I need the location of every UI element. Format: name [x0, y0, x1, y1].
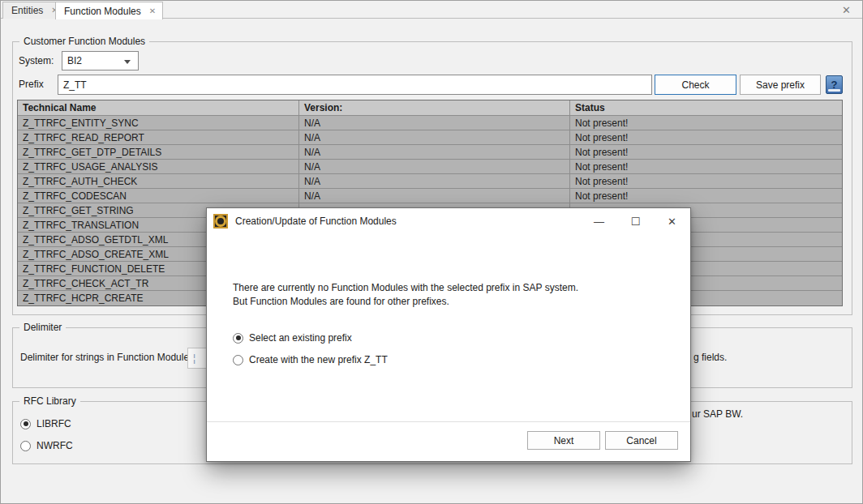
table-row[interactable]: Z_TTRFC_READ_REPORTN/ANot present!	[18, 130, 842, 145]
radio-nwrfc[interactable]: NWRFC	[20, 440, 73, 451]
system-label: System:	[19, 55, 54, 66]
cell-status: Not present!	[570, 130, 842, 144]
table-header-row: Technical Name Version: Status	[18, 100, 842, 116]
maximize-icon[interactable]: ☐	[617, 208, 654, 234]
rfc-hint-fragment: ur SAP BW.	[692, 408, 743, 420]
prefix-label: Prefix	[19, 79, 44, 90]
radio-unselected-icon	[20, 441, 31, 451]
radio-create-new-label: Create with the new prefix Z_TT	[249, 354, 388, 365]
dialog-message-line2: But Function Modules are found for other…	[233, 295, 671, 309]
cell-technical-name: Z_TTRFC_USAGE_ANALYSIS	[18, 160, 299, 173]
column-header-version[interactable]: Version:	[299, 100, 570, 115]
cell-version: N/A	[299, 189, 570, 203]
minimize-icon[interactable]: —	[581, 208, 617, 234]
close-icon[interactable]: ✕	[654, 208, 690, 234]
system-value: BI2	[67, 55, 82, 66]
cell-technical-name: Z_TTRFC_READ_REPORT	[18, 130, 299, 144]
delimiter-hint-fragment: g fields.	[693, 352, 727, 363]
customer-group-title: Customer Function Modules	[19, 36, 149, 47]
cell-version: N/A	[299, 160, 570, 173]
tab-entities-label: Entities	[11, 5, 43, 16]
cell-status: Not present!	[570, 174, 842, 188]
table-row[interactable]: Z_TTRFC_CODESCANN/ANot present!	[18, 189, 842, 203]
tab-function-modules[interactable]: Function Modules ✕	[55, 2, 163, 19]
cell-status: Not present!	[570, 189, 842, 203]
cell-status: Not present!	[570, 145, 842, 159]
radio-selected-icon	[20, 419, 31, 429]
cell-version: N/A	[299, 130, 570, 144]
help-button[interactable]: ?	[826, 75, 843, 94]
radio-select-existing-prefix[interactable]: Select an existing prefix	[233, 332, 352, 344]
radio-selected-icon	[233, 333, 243, 344]
delimiter-value: ¦	[193, 352, 195, 364]
cancel-button[interactable]: Cancel	[605, 431, 678, 450]
app-window: Entities ✕ Function Modules ✕ ✕ Customer…	[0, 0, 863, 504]
prefix-input[interactable]: Z_TT	[58, 75, 652, 95]
system-select[interactable]: BI2	[62, 51, 139, 70]
radio-unselected-icon	[233, 355, 243, 365]
save-prefix-button[interactable]: Save prefix	[740, 75, 821, 95]
cell-version: N/A	[299, 145, 570, 159]
table-row[interactable]: Z_TTRFC_AUTH_CHECKN/ANot present!	[18, 174, 842, 189]
rfc-group-title: RFC Library	[19, 395, 80, 407]
tab-function-modules-label: Function Modules	[64, 6, 141, 17]
cell-status: Not present!	[570, 160, 842, 173]
delimiter-group-title: Delimiter	[19, 322, 66, 333]
tabstrip-close-icon[interactable]: ✕	[842, 4, 851, 16]
creation-update-dialog: Creation/Update of Function Modules — ☐ …	[206, 207, 691, 462]
app-logo-icon	[213, 214, 228, 229]
dialog-title: Creation/Update of Function Modules	[235, 216, 397, 227]
check-button[interactable]: Check	[655, 75, 736, 95]
table-row[interactable]: Z_TTRFC_GET_DTP_DETAILSN/ANot present!	[18, 145, 842, 160]
tab-function-modules-close-icon[interactable]: ✕	[149, 7, 156, 15]
chevron-down-icon	[124, 60, 131, 64]
radio-librfc[interactable]: LIBRFC	[20, 418, 71, 429]
table-row[interactable]: Z_TTRFC_ENTITY_SYNCN/ANot present!	[18, 116, 842, 130]
cell-status: Not present!	[570, 116, 842, 130]
radio-select-existing-label: Select an existing prefix	[249, 332, 352, 344]
cell-technical-name: Z_TTRFC_CODESCAN	[18, 189, 299, 203]
cancel-button-label: Cancel	[626, 435, 656, 446]
question-mark-icon: ?	[831, 79, 838, 91]
next-button-label: Next	[554, 435, 574, 446]
column-header-technical-name[interactable]: Technical Name	[18, 100, 299, 115]
prefix-value: Z_TT	[63, 79, 87, 91]
check-button-label: Check	[681, 79, 709, 91]
delimiter-field-label: Delimiter for strings in Function Module…	[20, 352, 194, 363]
cell-technical-name: Z_TTRFC_GET_DTP_DETAILS	[18, 145, 299, 159]
dialog-message-line1: There are currently no Function Modules …	[233, 281, 671, 295]
radio-librfc-label: LIBRFC	[36, 418, 71, 429]
cell-version: N/A	[299, 116, 570, 130]
cell-technical-name: Z_TTRFC_ENTITY_SYNC	[18, 116, 299, 130]
cell-technical-name: Z_TTRFC_AUTH_CHECK	[18, 174, 299, 188]
dialog-separator	[207, 421, 690, 422]
save-prefix-button-label: Save prefix	[756, 79, 805, 91]
radio-create-new-prefix[interactable]: Create with the new prefix Z_TT	[233, 354, 388, 365]
column-header-status[interactable]: Status	[570, 100, 842, 115]
next-button[interactable]: Next	[527, 431, 600, 450]
table-row[interactable]: Z_TTRFC_USAGE_ANALYSISN/ANot present!	[18, 160, 842, 174]
radio-nwrfc-label: NWRFC	[36, 440, 73, 451]
cell-version: N/A	[299, 174, 570, 188]
tab-strip: Entities ✕ Function Modules ✕ ✕	[1, 1, 862, 19]
